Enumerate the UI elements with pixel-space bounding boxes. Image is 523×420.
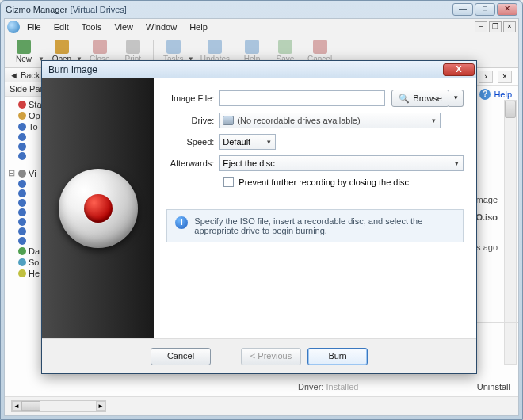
afterwards-label: Afterwards: <box>166 158 219 168</box>
dialog-form: Image File: 🔍 Browse ▾ Drive: (No record… <box>154 78 476 338</box>
maximize-button[interactable]: □ <box>475 3 495 16</box>
image-file-input[interactable] <box>219 90 385 106</box>
cancel-button[interactable]: Cancel <box>151 348 211 365</box>
nav-next-button[interactable]: › <box>479 71 493 83</box>
menu-view[interactable]: View <box>109 21 139 33</box>
burn-button[interactable]: Burn <box>307 348 368 365</box>
horizontal-scrollbar[interactable]: ◄► <box>11 400 106 412</box>
toolbar-new-button[interactable]: New <box>8 39 40 64</box>
mdi-close-button[interactable]: × <box>503 21 516 32</box>
menubar: File Edit Tools View Window Help – ❐ × <box>5 19 518 35</box>
disc-icon <box>59 169 138 248</box>
info-text: Specify the ISO file, insert a recordabl… <box>194 216 455 235</box>
minimize-button[interactable]: — <box>452 3 473 16</box>
driver-label: Driver: Installed <box>298 382 358 391</box>
uninstall-link[interactable]: Uninstall <box>477 382 510 391</box>
menu-tools[interactable]: Tools <box>76 21 108 33</box>
app-icon <box>7 21 20 33</box>
status-bar: ◄► <box>5 396 518 415</box>
back-button[interactable]: ◄ Back <box>10 70 40 80</box>
menu-edit[interactable]: Edit <box>48 21 74 33</box>
menu-window[interactable]: Window <box>140 21 182 33</box>
prevent-recording-checkbox[interactable] <box>223 177 234 187</box>
menu-file[interactable]: File <box>21 21 47 33</box>
speed-label: Speed: <box>166 137 219 147</box>
help-icon: ? <box>479 89 491 100</box>
mdi-restore-button[interactable]: ❐ <box>489 21 502 32</box>
browse-button[interactable]: 🔍 Browse <box>391 90 449 107</box>
burn-image-dialog: Burn Image X Image File: 🔍 Browse ▾ Driv… <box>41 60 477 374</box>
mdi-minimize-button[interactable]: – <box>475 21 487 32</box>
vertical-scrollbar[interactable] <box>504 100 517 365</box>
drive-dropdown[interactable]: (No recordable drives available) <box>219 113 441 128</box>
info-icon: i <box>175 216 188 229</box>
speed-dropdown[interactable]: Default <box>219 134 276 150</box>
image-file-label: Image File: <box>166 94 219 103</box>
menu-help[interactable]: Help <box>184 21 213 33</box>
close-button[interactable]: ✕ <box>497 3 517 16</box>
afterwards-dropdown[interactable]: Eject the disc <box>219 155 464 171</box>
tab-close-button[interactable]: × <box>498 71 512 83</box>
help-link[interactable]: ? Help <box>479 89 512 100</box>
browse-dropdown-button[interactable]: ▾ <box>449 90 464 107</box>
prevent-recording-label: Prevent further recording by closing the… <box>239 178 409 187</box>
dialog-title: Burn Image <box>48 64 97 75</box>
dialog-close-button[interactable]: X <box>443 63 475 76</box>
previous-button[interactable]: < Previous <box>241 348 301 365</box>
drive-icon <box>223 116 234 125</box>
drive-label: Drive: <box>166 116 219 125</box>
window-title: Gizmo Manager [Virtual Drives] <box>6 4 127 15</box>
dialog-sidebar <box>42 78 154 338</box>
dialog-titlebar[interactable]: Burn Image X <box>42 61 476 78</box>
dialog-footer: Cancel < Previous Burn <box>42 338 476 373</box>
info-box: i Specify the ISO file, insert a recorda… <box>166 209 464 242</box>
titlebar[interactable]: Gizmo Manager [Virtual Drives] — □ ✕ <box>1 1 522 18</box>
search-icon: 🔍 <box>399 94 410 104</box>
